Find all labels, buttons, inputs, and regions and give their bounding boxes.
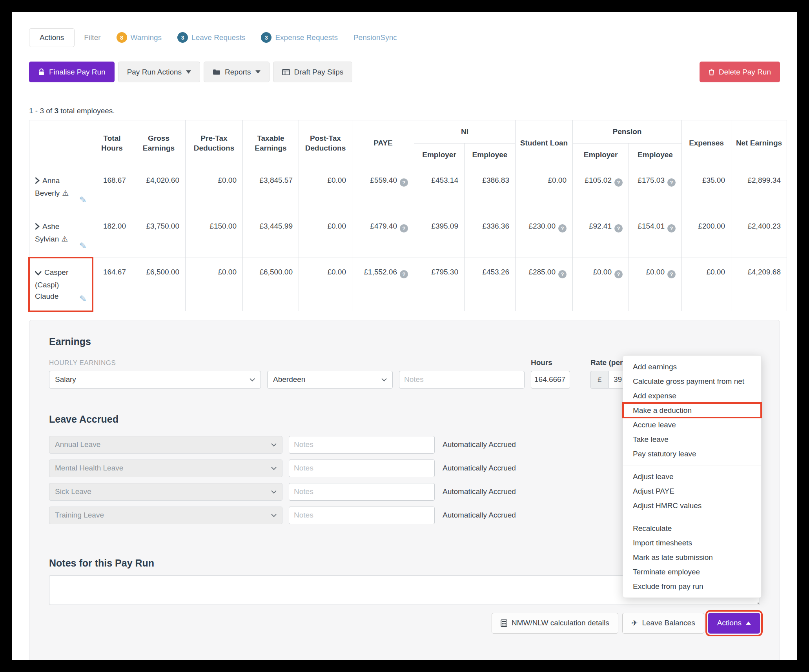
- tab-warnings-label: Warnings: [131, 33, 162, 42]
- leave-type-select[interactable]: Annual Leave: [49, 436, 282, 454]
- hours-input[interactable]: [531, 371, 570, 389]
- total-hours-header: Total Hours: [92, 120, 132, 166]
- tab-expense-requests-label: Expense Requests: [275, 33, 338, 42]
- tab-pensionsync-label: PensionSync: [353, 33, 397, 42]
- info-question-icon[interactable]: [558, 224, 567, 232]
- delete-pay-run-button[interactable]: Delete Pay Run: [700, 62, 780, 82]
- paye-header: PAYE: [352, 120, 414, 166]
- calculator-icon: [501, 619, 507, 627]
- info-question-icon[interactable]: [614, 224, 623, 232]
- draft-pay-slips-button[interactable]: Draft Pay Slips: [273, 62, 353, 82]
- info-question-icon[interactable]: [667, 224, 676, 232]
- chevron-down-icon[interactable]: [35, 267, 42, 279]
- edit-pencil-icon[interactable]: ✎: [79, 239, 87, 253]
- ni-employer-cell: £795.30: [414, 258, 465, 311]
- reports-button[interactable]: Reports: [204, 62, 270, 82]
- menu-item-recalculate[interactable]: Recalculate: [623, 521, 761, 536]
- nmw-calculation-details-button[interactable]: NMW/NLW calculation details: [492, 613, 618, 634]
- screenshot-frame: Actions Filter 8 Warnings 3 Leave Reques…: [0, 0, 809, 672]
- chevron-down-icon: [250, 378, 255, 381]
- pension-group-header: Pension: [573, 120, 682, 143]
- employee-name-cell[interactable]: Anna Beverly⚠ ✎: [29, 166, 92, 212]
- expenses-cell: £200.00: [682, 212, 731, 258]
- tab-pensionsync[interactable]: PensionSync: [347, 29, 403, 47]
- draft-pay-slips-label: Draft Pay Slips: [294, 68, 344, 76]
- edit-pencil-icon[interactable]: ✎: [79, 193, 87, 207]
- menu-item-accrue-leave[interactable]: Accrue leave: [623, 418, 761, 432]
- actions-button[interactable]: Actions: [708, 613, 760, 634]
- post-tax-deductions-cell: £0.00: [299, 258, 352, 311]
- pension-employer-value: £0.00: [593, 268, 612, 276]
- tab-bar: Actions Filter 8 Warnings 3 Leave Reques…: [29, 27, 780, 47]
- chevron-right-icon[interactable]: [35, 222, 40, 233]
- menu-item-add-earnings[interactable]: Add earnings: [623, 360, 761, 374]
- leave-balances-button[interactable]: ✈ Leave Balances: [622, 613, 704, 634]
- menu-item-make-a-deduction[interactable]: Make a deduction: [623, 403, 761, 418]
- tab-leave-requests[interactable]: 3 Leave Requests: [171, 27, 251, 47]
- pay-run-actions-button[interactable]: Pay Run Actions: [118, 62, 200, 82]
- nmw-calculation-details-label: NMW/NLW calculation details: [512, 619, 609, 627]
- employee-name-cell-highlighted[interactable]: Casper (Caspi) Claude ✎: [29, 258, 92, 311]
- menu-item-calculate-gross-payment-from-net[interactable]: Calculate gross payment from net: [623, 374, 761, 389]
- finalise-pay-run-button[interactable]: Finalise Pay Run: [29, 62, 115, 82]
- pension-employee-value: £154.01: [638, 222, 665, 230]
- count-suffix: total employees.: [60, 107, 115, 115]
- info-question-icon[interactable]: [667, 178, 676, 187]
- earning-type-select[interactable]: Salary: [49, 371, 261, 389]
- leave-type-value: Mental Health Leave: [55, 464, 123, 472]
- expenses-header: Expenses: [682, 120, 731, 166]
- edit-pencil-icon[interactable]: ✎: [79, 292, 87, 306]
- leave-notes-input[interactable]: [289, 460, 435, 477]
- menu-item-terminate-employee[interactable]: Terminate employee: [623, 565, 761, 579]
- pay-run-page: Actions Filter 8 Warnings 3 Leave Reques…: [12, 12, 797, 660]
- leave-notes-input[interactable]: [289, 483, 435, 501]
- employee-name-cell[interactable]: Ashe Sylvian⚠ ✎: [29, 212, 92, 258]
- student-loan-value: £285.00: [528, 268, 556, 276]
- leave-type-select[interactable]: Sick Leave: [49, 483, 282, 501]
- lock-icon: [38, 68, 45, 76]
- info-question-icon[interactable]: [614, 178, 623, 187]
- currency-addon: £: [590, 371, 609, 389]
- paye-cell: £1,552.06: [352, 258, 414, 311]
- info-question-icon[interactable]: [614, 270, 623, 278]
- chevron-right-icon[interactable]: [35, 176, 40, 187]
- gross-earnings-cell: £3,750.00: [132, 212, 186, 258]
- leave-type-select[interactable]: Mental Health Leave: [49, 460, 282, 477]
- tab-expense-requests[interactable]: 3 Expense Requests: [255, 27, 344, 47]
- leave-notes-input[interactable]: [289, 436, 435, 454]
- chevron-down-icon: [271, 467, 277, 470]
- reports-label: Reports: [225, 68, 251, 76]
- expenses-cell: £0.00: [682, 258, 731, 311]
- leave-notes-input[interactable]: [289, 507, 435, 524]
- earning-notes-input[interactable]: [399, 371, 525, 389]
- location-select[interactable]: Aberdeen: [267, 371, 393, 389]
- info-question-icon[interactable]: [400, 224, 408, 232]
- chevron-down-icon: [271, 490, 277, 494]
- menu-item-add-expense[interactable]: Add expense: [623, 389, 761, 403]
- pension-employer-cell: £105.02: [573, 166, 629, 212]
- student-loan-header: Student Loan: [516, 120, 573, 166]
- info-question-icon[interactable]: [400, 178, 408, 187]
- menu-item-adjust-leave[interactable]: Adjust leave: [623, 469, 761, 484]
- tab-warnings[interactable]: 8 Warnings: [110, 27, 168, 47]
- toolbar: Finalise Pay Run Pay Run Actions Reports…: [29, 62, 780, 82]
- post-tax-deductions-cell: £0.00: [299, 166, 352, 212]
- menu-item-adjust-paye[interactable]: Adjust PAYE: [623, 484, 761, 498]
- menu-item-import-timesheets[interactable]: Import timesheets: [623, 536, 761, 550]
- plane-icon: ✈: [631, 618, 638, 628]
- menu-item-exclude-from-pay-run[interactable]: Exclude from pay run: [623, 579, 761, 594]
- menu-item-take-leave[interactable]: Take leave: [623, 432, 761, 447]
- tab-actions[interactable]: Actions: [29, 28, 75, 47]
- earning-type-value: Salary: [55, 375, 76, 384]
- leave-type-select[interactable]: Training Leave: [49, 507, 282, 524]
- pay-run-employee-table: Total Hours Gross Earnings Pre-Tax Deduc…: [29, 120, 787, 311]
- employee-row: Ashe Sylvian⚠ ✎ 182.00 £3,750.00 £150.00…: [29, 212, 787, 258]
- menu-item-pay-statutory-leave[interactable]: Pay statutory leave: [623, 447, 761, 461]
- menu-item-mark-as-late-submission[interactable]: Mark as late submission: [623, 550, 761, 565]
- tab-filter[interactable]: Filter: [78, 29, 107, 47]
- info-question-icon[interactable]: [667, 270, 676, 278]
- menu-item-adjust-hmrc-values[interactable]: Adjust HMRC values: [623, 498, 761, 513]
- tab-leave-requests-label: Leave Requests: [191, 33, 245, 42]
- info-question-icon[interactable]: [558, 270, 567, 278]
- info-question-icon[interactable]: [400, 270, 408, 278]
